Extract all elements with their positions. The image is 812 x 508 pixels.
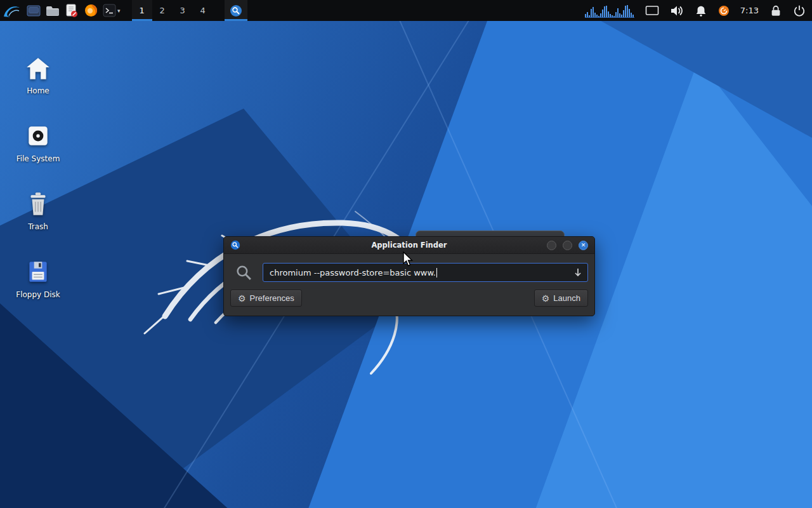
- display-icon[interactable]: [645, 5, 659, 17]
- text-caret: [436, 268, 437, 277]
- desktop-icon-label: File System: [8, 154, 69, 163]
- window-controls: ✕: [547, 241, 588, 250]
- gear-icon: ⚙: [238, 294, 246, 303]
- home-icon: [25, 56, 51, 81]
- launcher-firefox[interactable]: [81, 0, 100, 21]
- mouse-cursor: [402, 251, 415, 267]
- launcher-file-manager[interactable]: [24, 0, 43, 21]
- workspace-4-label: 4: [200, 6, 205, 15]
- file-manager-icon: [27, 4, 41, 17]
- launch-gear-icon: ⚙: [542, 294, 550, 303]
- desktop-icon-file-system[interactable]: File System: [8, 123, 69, 163]
- notification-bell-icon[interactable]: [695, 4, 707, 17]
- file-system-icon: [25, 123, 51, 149]
- preferences-button[interactable]: ⚙ Preferences: [230, 290, 302, 307]
- maximize-button[interactable]: [563, 241, 572, 250]
- kali-logo-icon: [3, 3, 22, 18]
- minimize-button[interactable]: [547, 241, 556, 250]
- search-input-text: chromium --password-store=basic www.: [270, 268, 436, 277]
- desktop-icon-home[interactable]: Home: [8, 56, 69, 95]
- floppy-disk-icon: [25, 258, 51, 285]
- workspace-3[interactable]: 3: [173, 0, 193, 21]
- window-title: Application Finder: [224, 241, 594, 250]
- desktop-icon-label: Floppy Disk: [8, 290, 69, 299]
- launcher-text-editor[interactable]: [62, 0, 81, 21]
- workspace-2-label: 2: [159, 6, 164, 15]
- desktop-icon-label: Trash: [8, 222, 69, 231]
- history-dropdown-icon[interactable]: [573, 267, 582, 277]
- desktop-icon-label: Home: [8, 86, 69, 95]
- volume-icon[interactable]: [670, 4, 684, 17]
- folder-icon: [46, 5, 60, 17]
- task-application-finder[interactable]: [225, 0, 247, 21]
- systray-status-icon[interactable]: [718, 5, 730, 17]
- close-button[interactable]: ✕: [579, 241, 588, 250]
- workspace-3-label: 3: [180, 6, 185, 15]
- text-editor-icon: [65, 4, 78, 18]
- logout-icon[interactable]: [793, 4, 806, 17]
- application-finder-window: Application Finder ✕ chromium --password…: [223, 236, 595, 316]
- preferences-label: Preferences: [250, 293, 294, 303]
- firefox-icon: [84, 4, 98, 17]
- cpu-graph[interactable]: [585, 4, 634, 18]
- terminal-menu-arrow[interactable]: ▾: [117, 8, 121, 14]
- lock-icon[interactable]: [769, 4, 782, 17]
- trash-icon: [25, 190, 51, 217]
- panel-tray: 7:13: [585, 4, 812, 18]
- search-icon: [235, 264, 252, 281]
- launch-label: Launch: [553, 293, 580, 303]
- close-icon: ✕: [581, 243, 586, 248]
- button-row: ⚙ Preferences ⚙ Launch: [224, 282, 594, 307]
- window-app-icon: [230, 240, 240, 250]
- launcher-terminal[interactable]: ▾: [100, 0, 123, 21]
- search-input[interactable]: chromium --password-store=basic www.: [263, 263, 588, 282]
- desktop-icon-floppy-disk[interactable]: Floppy Disk: [8, 258, 69, 299]
- clock[interactable]: 7:13: [740, 6, 759, 15]
- workspace-4[interactable]: 4: [193, 0, 213, 21]
- desktop-icon-trash[interactable]: Trash: [8, 190, 69, 231]
- workspace-1-label: 1: [139, 6, 144, 15]
- top-panel: ▾ 1 2 3 4 7:13: [0, 0, 812, 21]
- workspace-1[interactable]: 1: [132, 0, 152, 21]
- launch-button[interactable]: ⚙ Launch: [534, 290, 588, 307]
- application-finder-task-icon: [230, 4, 242, 17]
- launcher-folder[interactable]: [43, 0, 62, 21]
- workspace-2[interactable]: 2: [152, 0, 173, 21]
- terminal-icon: [103, 4, 116, 17]
- kali-menu-button[interactable]: [0, 0, 24, 21]
